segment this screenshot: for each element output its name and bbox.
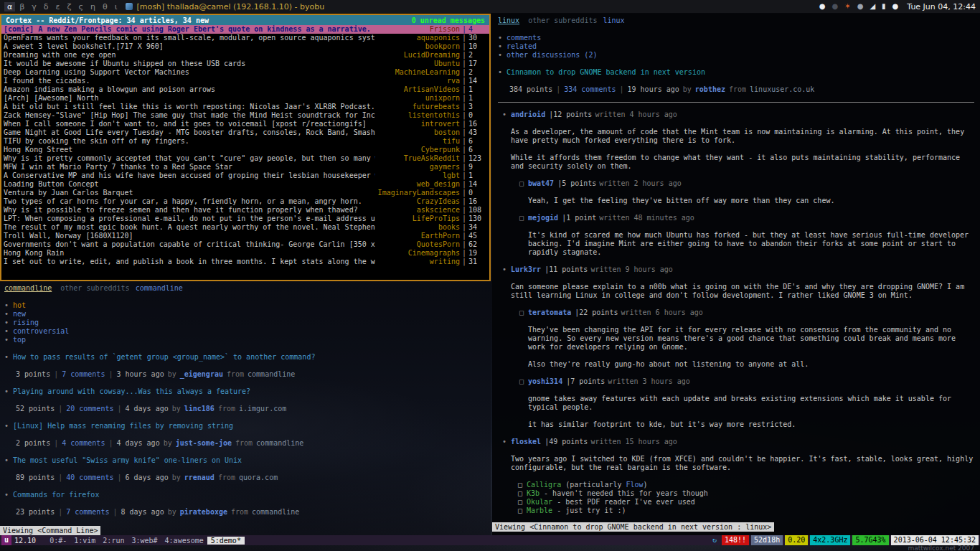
- post-item[interactable]: •The most useful "Swiss army knife" one-…: [4, 456, 486, 482]
- comments-count[interactable]: 20 comments: [66, 405, 113, 413]
- post-title[interactable]: Playing around with cowsay...Was this al…: [13, 387, 250, 396]
- article-row[interactable]: [comic] A new Zen Pencils comic using Ro…: [1, 25, 489, 34]
- author[interactable]: just-some-joe: [176, 439, 232, 447]
- comment-author[interactable]: mejogid: [528, 214, 558, 222]
- article-row[interactable]: Governments don't want a population capa…: [1, 240, 489, 249]
- byobu-window-tab[interactable]: 3:web#: [128, 537, 161, 545]
- comment[interactable]: •andrioid|12 pointswritten 4 hours agoAs…: [498, 110, 974, 171]
- workspace-tag[interactable]: θ: [100, 2, 110, 11]
- post-title[interactable]: The most useful "Swiss army knife" one-l…: [13, 456, 242, 465]
- post-item[interactable]: •How to pass results of `getent group <g…: [4, 353, 486, 379]
- article-row[interactable]: LPT: When composing a professional e-mai…: [1, 215, 489, 223]
- article-row[interactable]: The result of my most epic book hunt. A …: [1, 223, 489, 232]
- subreddit-link[interactable]: linux: [603, 17, 625, 24]
- comments-count[interactable]: 40 comments: [66, 474, 113, 481]
- clock[interactable]: Tue Jun 04, 12:44: [907, 2, 976, 11]
- menu-item-controversial[interactable]: •controversial: [4, 327, 486, 336]
- author[interactable]: rrenaud: [184, 474, 215, 481]
- bird-icon[interactable]: ●: [819, 3, 826, 10]
- comment[interactable]: □bwat47|5 pointswritten 2 hours agoYeah,…: [498, 179, 974, 205]
- comment-author[interactable]: yoshi314: [528, 377, 562, 386]
- moon-icon[interactable]: ●: [832, 3, 839, 10]
- article-row[interactable]: It would be awesome if Ubuntu shipped on…: [1, 60, 489, 68]
- link[interactable]: Flow: [626, 481, 643, 489]
- article-row[interactable]: Dreaming with one eye openLucidDreaming|…: [1, 51, 489, 60]
- story-title[interactable]: Cinnamon to drop GNOME backend in next v…: [507, 68, 705, 77]
- article-row[interactable]: MFW I win at Mario Party 7 thanks to a R…: [1, 163, 489, 171]
- notification-icon[interactable]: ✶: [844, 3, 850, 10]
- article-row[interactable]: Game Night at Good Life every Tuesday - …: [1, 128, 489, 137]
- menu-item-top[interactable]: •top: [4, 336, 486, 344]
- post-item[interactable]: •[Linux] Help mass renaming files by rem…: [4, 422, 486, 448]
- comment[interactable]: •Lurk3rr|11 pointswritten 9 hours agoCan…: [498, 265, 974, 300]
- author[interactable]: pirateboxge: [180, 508, 227, 516]
- article-row[interactable]: A bit old but i still feel like this is …: [1, 103, 489, 111]
- comment-author[interactable]: Lurk3rr: [511, 265, 541, 274]
- article-row[interactable]: OpenFarms wants your feedback on its sma…: [1, 34, 489, 42]
- author[interactable]: _eigengrau: [180, 370, 223, 378]
- article-row[interactable]: Deep Learning using Support Vector Machi…: [1, 68, 489, 77]
- comments-count[interactable]: 7 comments: [66, 508, 109, 516]
- comments-count[interactable]: 4 comments: [62, 439, 105, 447]
- menu-item-hot[interactable]: •hot: [4, 301, 486, 310]
- article-row[interactable]: I found the cicadas.rva|14: [1, 77, 489, 85]
- app-link[interactable]: K3b: [527, 489, 540, 497]
- post-title[interactable]: How to pass results of `getent group <gr…: [13, 353, 315, 362]
- other-subreddits-label[interactable]: other subreddits: [528, 17, 597, 24]
- subreddit-name[interactable]: linux: [498, 17, 519, 24]
- comment-author[interactable]: bwat47: [528, 179, 554, 188]
- article-row[interactable]: [Arch] [Awesome] Northunixporn|1: [1, 94, 489, 103]
- author[interactable]: robthez: [695, 85, 725, 93]
- article-row[interactable]: Two types of car horns for your car, a h…: [1, 197, 489, 206]
- article-row[interactable]: Troll Wall, Norway [1680X1120]EarthPorn|…: [1, 232, 489, 240]
- article-row[interactable]: Zack Hemsey-"Slave" [Hip Hop] The same g…: [1, 111, 489, 120]
- post-item[interactable]: •Commands for firefox23 points|7 comment…: [4, 491, 486, 517]
- comment[interactable]: □teratomata|22 pointswritten 6 hours ago…: [498, 309, 974, 369]
- menu-item-related[interactable]: •related: [498, 42, 974, 51]
- workspace-tag[interactable]: η: [88, 2, 98, 11]
- battery-icon[interactable]: ▮: [882, 3, 886, 10]
- comment-author[interactable]: floskel: [511, 438, 541, 446]
- workspace-tag[interactable]: β: [17, 2, 27, 11]
- comments-count[interactable]: 334 comments: [564, 85, 616, 93]
- workspace-tag[interactable]: ι: [112, 2, 121, 11]
- article-row[interactable]: Why is it possible to freeze semen and t…: [1, 206, 489, 215]
- byobu-window-tab[interactable]: 4:awesome: [161, 537, 207, 545]
- wifi-icon[interactable]: ◢: [870, 3, 875, 10]
- app-link[interactable]: Okular: [527, 498, 552, 506]
- menu-item-new[interactable]: •new: [4, 310, 486, 319]
- article-row[interactable]: Loading Button Conceptweb_design|14: [1, 180, 489, 189]
- subreddit-name[interactable]: commandline: [4, 284, 52, 292]
- article-row[interactable]: TIFU by cooking the skin off of my finge…: [1, 137, 489, 146]
- volume-icon[interactable]: ●: [892, 3, 899, 10]
- workspace-tag[interactable]: α: [4, 2, 15, 11]
- author[interactable]: linc186: [184, 405, 215, 413]
- byobu-window-tab[interactable]: 1:vim: [70, 537, 99, 545]
- article-row[interactable]: A Conservative MP and his wife have been…: [1, 171, 489, 180]
- menu-item-comments[interactable]: •comments: [498, 34, 974, 42]
- post-title[interactable]: [Linux] Help mass renaming files by remo…: [13, 422, 233, 430]
- other-subreddits-label[interactable]: other subreddits: [60, 284, 129, 292]
- app-link[interactable]: Marble: [527, 507, 552, 514]
- comment[interactable]: •floskel|49 pointswritten 15 hours agoTw…: [498, 438, 974, 515]
- story-item[interactable]: • Cinnamon to drop GNOME backend in next…: [498, 68, 974, 94]
- post-item[interactable]: •Playing around with cowsay...Was this a…: [4, 387, 486, 413]
- workspace-tag[interactable]: γ: [29, 2, 39, 11]
- article-row[interactable]: Ventura by Juan Carlos BarquetImaginaryL…: [1, 189, 489, 197]
- subreddit-link[interactable]: commandline: [136, 284, 183, 292]
- workspace-tag[interactable]: δ: [41, 2, 52, 11]
- article-row[interactable]: A sweet 3 level bookshelf.[717 X 960]boo…: [1, 42, 489, 51]
- byobu-window-tab[interactable]: 5:demo*: [207, 537, 245, 545]
- article-row[interactable]: Hong Kong RainCinemagraphs|19: [1, 249, 489, 258]
- comment[interactable]: □mejogid|1 pointwritten 48 minutes agoIt…: [498, 214, 974, 257]
- menu-item-rising[interactable]: •rising: [4, 319, 486, 327]
- article-row[interactable]: When I call someone I don't want to, and…: [1, 120, 489, 128]
- article-row[interactable]: Amazon indians making a blowgun and pois…: [1, 85, 489, 94]
- comment-author[interactable]: teratomata: [528, 309, 571, 317]
- workspace-tag[interactable]: ζ: [65, 2, 75, 11]
- byobu-window-tab[interactable]: 0:#-: [46, 537, 70, 545]
- workspace-tag[interactable]: ε: [53, 2, 63, 11]
- article-row[interactable]: I set out to write, edit, and publish a …: [1, 258, 489, 266]
- workspace-tag[interactable]: ς: [75, 2, 85, 11]
- article-row[interactable]: Why is it pretty commonly accepted that …: [1, 154, 489, 163]
